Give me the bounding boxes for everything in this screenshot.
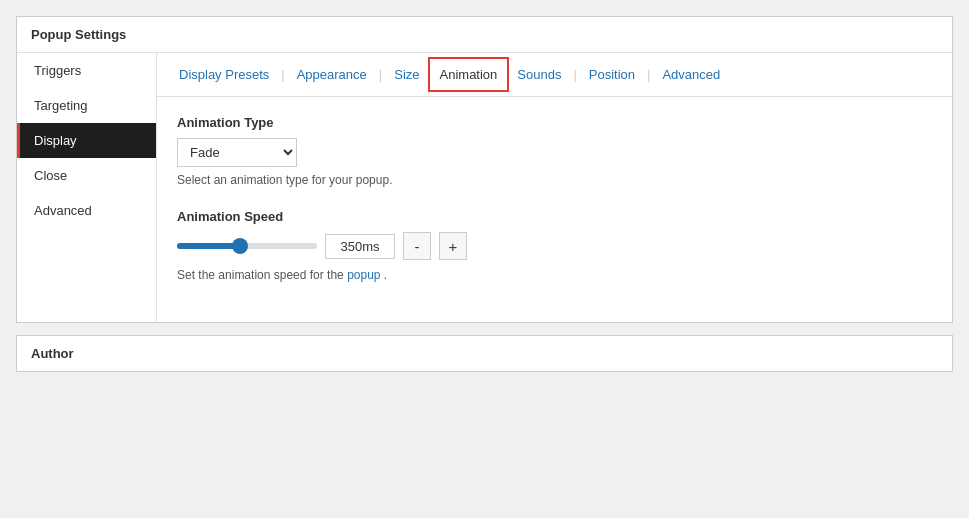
animation-type-select[interactable]: Fade Slide Bounce Flip None xyxy=(177,138,297,167)
sidebar-item-advanced[interactable]: Advanced xyxy=(17,193,156,228)
content-area: Display Presets | Appearance | Size Anim… xyxy=(157,53,952,322)
animation-speed-section: Animation Speed - + xyxy=(177,209,932,282)
animation-speed-increase-button[interactable]: + xyxy=(439,232,467,260)
separator-3: | xyxy=(569,67,580,82)
author-panel: Author xyxy=(16,335,953,372)
separator-4: | xyxy=(643,67,654,82)
slider-fill xyxy=(177,243,240,249)
separator-2: | xyxy=(375,67,386,82)
tab-sounds[interactable]: Sounds xyxy=(509,55,569,94)
animation-speed-description-after: . xyxy=(384,268,387,282)
tab-animation[interactable]: Animation xyxy=(428,57,510,92)
animation-speed-decrease-button[interactable]: - xyxy=(403,232,431,260)
sidebar-item-display[interactable]: Display xyxy=(17,123,156,158)
tab-display-presets[interactable]: Display Presets xyxy=(171,55,277,94)
tab-bar: Display Presets | Appearance | Size Anim… xyxy=(157,53,952,97)
animation-type-description: Select an animation type for your popup. xyxy=(177,173,932,187)
sidebar: Triggers Targeting Display Close Advance… xyxy=(17,53,157,322)
sidebar-item-close[interactable]: Close xyxy=(17,158,156,193)
tab-appearance[interactable]: Appearance xyxy=(289,55,375,94)
author-label: Author xyxy=(17,336,952,371)
animation-speed-controls: - + xyxy=(177,232,932,260)
animation-content: Animation Type Fade Slide Bounce Flip No… xyxy=(157,97,952,322)
tab-advanced[interactable]: Advanced xyxy=(654,55,728,94)
animation-type-dropdown-wrapper: Fade Slide Bounce Flip None xyxy=(177,138,932,167)
separator-1: | xyxy=(277,67,288,82)
animation-speed-input[interactable] xyxy=(325,234,395,259)
animation-speed-slider-track[interactable] xyxy=(177,243,317,249)
animation-type-label: Animation Type xyxy=(177,115,932,130)
animation-speed-description-link[interactable]: popup xyxy=(347,268,380,282)
animation-speed-description: Set the animation speed for the popup . xyxy=(177,268,932,282)
sidebar-item-targeting[interactable]: Targeting xyxy=(17,88,156,123)
animation-speed-label: Animation Speed xyxy=(177,209,932,224)
slider-thumb[interactable] xyxy=(232,238,248,254)
tab-position[interactable]: Position xyxy=(581,55,643,94)
sidebar-item-triggers[interactable]: Triggers xyxy=(17,53,156,88)
tab-size[interactable]: Size xyxy=(386,55,427,94)
animation-speed-description-before: Set the animation speed for the xyxy=(177,268,344,282)
animation-type-section: Animation Type Fade Slide Bounce Flip No… xyxy=(177,115,932,187)
panel-title: Popup Settings xyxy=(17,17,952,53)
